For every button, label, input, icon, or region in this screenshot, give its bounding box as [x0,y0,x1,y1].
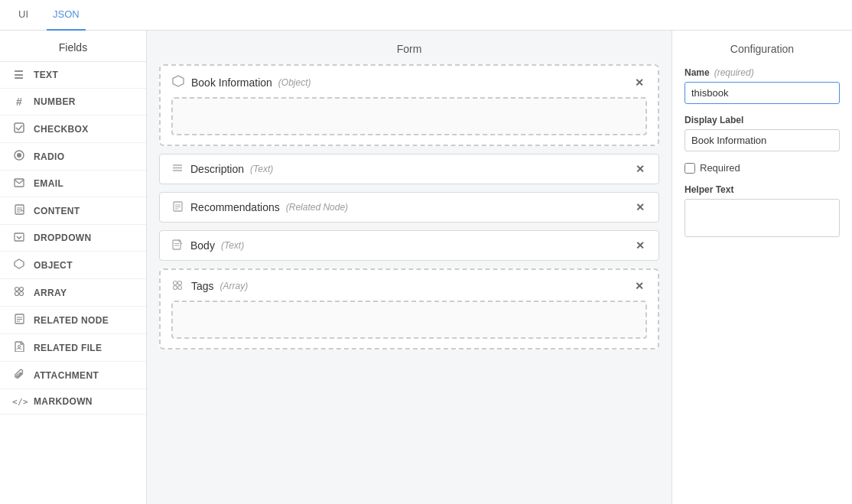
body-field-icon [171,239,184,252]
body-close-button[interactable]: ✕ [632,239,648,252]
sidebar: Fields ☰ TEXT # NUMBER CHECKBOX RADIO EM… [0,31,147,504]
body-label: Body [190,239,215,252]
recommendations-header: Recommendations (Related Node) ✕ [171,200,648,214]
content-icon [12,204,26,217]
book-information-header: Book Information (Object) ✕ [171,75,647,89]
config-required-checkbox[interactable] [685,163,695,174]
related-file-icon [12,341,26,354]
book-information-close-button[interactable]: ✕ [632,76,647,89]
description-label: Description [190,163,244,175]
svg-point-2 [17,153,21,158]
sidebar-item-array-label: ARRAY [34,288,67,298]
book-information-card: Book Information (Object) ✕ [159,64,659,146]
sidebar-item-content[interactable]: CONTENT [0,197,146,225]
config-helper-text-field: Helper Text [685,184,840,239]
email-icon [12,177,26,190]
svg-rect-0 [15,123,24,132]
checkbox-icon [12,122,26,135]
description-close-button[interactable]: ✕ [632,162,648,176]
object-field-icon [171,75,185,89]
config-helper-text-input[interactable] [685,199,840,237]
tags-dropzone [171,301,647,339]
object-icon [12,259,26,272]
tags-header: Tags (Array) ✕ [171,279,647,293]
sidebar-item-checkbox-label: CHECKBOX [34,124,89,135]
book-information-dropzone [171,97,647,135]
recommendations-card: Recommendations (Related Node) ✕ [159,192,659,223]
config-name-field: Name (required) [685,67,840,104]
config-header: Configuration [685,43,840,55]
form-header: Form [159,43,659,55]
form-area: Form Book Information (Object) ✕ [147,31,672,504]
description-card: Description (Text) ✕ [159,154,659,184]
description-type: (Text) [250,164,273,174]
sidebar-item-content-label: CONTENT [34,206,80,216]
svg-point-10 [15,288,19,291]
recommendations-type: (Related Node) [286,202,348,213]
sidebar-item-related-node[interactable]: RELATED NODE [0,307,146,334]
svg-point-13 [20,292,24,296]
description-field-icon [171,163,184,176]
sidebar-item-radio[interactable]: RADIO [0,143,146,171]
config-helper-text-label: Helper Text [685,184,840,195]
sidebar-item-related-file[interactable]: RELATED FILE [0,334,146,362]
text-icon: ☰ [12,69,26,81]
sidebar-item-text-label: TEXT [34,70,58,80]
sidebar-item-number[interactable]: # NUMBER [0,89,146,115]
sidebar-item-checkbox[interactable]: CHECKBOX [0,115,146,143]
svg-marker-19 [173,76,184,86]
markdown-icon: </> [12,397,26,407]
svg-rect-3 [15,179,24,187]
svg-point-12 [15,292,19,296]
sidebar-item-dropdown[interactable]: DROPDOWN [0,225,146,252]
tags-label: Tags [191,280,214,292]
body-title: Body (Text) [171,239,244,252]
related-node-icon [12,314,26,327]
tags-close-button[interactable]: ✕ [632,279,647,293]
svg-point-31 [174,281,177,285]
body-card: Body (Text) ✕ [159,230,659,261]
sidebar-item-markdown[interactable]: </> MARKDOWN [0,389,146,415]
sidebar-item-dropdown-label: DROPDOWN [34,232,92,243]
array-icon [12,286,26,299]
book-information-title: Book Information (Object) [171,75,311,89]
svg-point-33 [174,285,177,289]
tags-type: (Array) [220,281,249,291]
config-name-label: Name (required) [685,67,840,78]
config-display-label-input[interactable] [685,129,840,151]
tab-bar: UI JSON [0,0,852,31]
tab-json[interactable]: JSON [47,0,86,31]
tags-field-icon [171,280,185,293]
sidebar-item-related-file-label: RELATED FILE [34,343,102,353]
config-name-required-hint: (required) [714,67,754,78]
sidebar-item-array[interactable]: ARRAY [0,279,146,307]
sidebar-item-email-label: EMAIL [34,178,63,189]
recommendations-label: Recommendations [190,201,280,213]
recommendations-close-button[interactable]: ✕ [632,200,648,214]
number-icon: # [12,96,26,108]
svg-rect-8 [15,233,24,241]
sidebar-item-text[interactable]: ☰ TEXT [0,62,146,89]
config-required-label: Required [700,162,740,174]
tags-card: Tags (Array) ✕ [159,268,659,350]
sidebar-item-email[interactable]: EMAIL [0,171,146,197]
config-display-label-field: Display Label [685,115,840,151]
radio-icon [12,150,26,163]
tab-ui[interactable]: UI [12,0,34,31]
svg-marker-9 [15,259,24,268]
sidebar-item-attachment[interactable]: ATTACHMENT [0,362,146,389]
tags-title: Tags (Array) [171,280,248,293]
recommendations-title: Recommendations (Related Node) [171,201,348,214]
sidebar-item-related-node-label: RELATED NODE [34,315,109,326]
svg-point-34 [178,285,182,289]
recommendations-field-icon [171,201,184,214]
sidebar-item-number-label: NUMBER [34,96,76,107]
sidebar-item-object[interactable]: OBJECT [0,252,146,279]
config-name-input[interactable] [685,82,840,104]
svg-point-32 [178,281,182,285]
svg-point-11 [20,288,24,291]
description-title: Description (Text) [171,163,273,176]
sidebar-item-object-label: OBJECT [34,260,73,271]
description-header: Description (Text) ✕ [171,162,648,176]
sidebar-item-radio-label: RADIO [34,151,64,162]
